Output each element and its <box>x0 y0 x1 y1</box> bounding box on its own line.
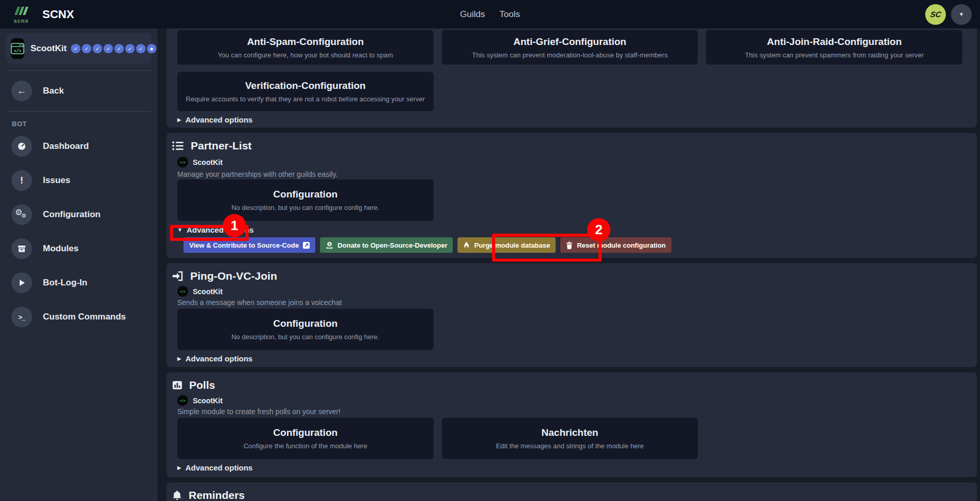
advanced-options-toggle[interactable]: ▶ Advanced options <box>177 463 253 472</box>
sidebar-item-label: Modules <box>43 244 79 254</box>
config-card-anti-join-raid[interactable]: Anti-Join-Raid-Configuration This system… <box>706 30 962 65</box>
section-reminders: Reminders <box>166 482 977 501</box>
bell-icon <box>172 490 182 501</box>
card-desc: Require accounts to verify that they are… <box>186 95 425 103</box>
arrow-left-icon: ← <box>11 81 32 101</box>
section-desc: Sends a message when someone joins a voi… <box>177 298 962 307</box>
card-title: Anti-Join-Raid-Configuration <box>767 36 902 48</box>
sidebar-item-issues[interactable]: ! Issues <box>6 167 151 194</box>
messages-card-polls[interactable]: Nachrichten Edit the messages and string… <box>442 418 698 459</box>
trash-icon <box>566 241 573 249</box>
sidebar: </> ScootKit ✓ ✓ ✓ ✓ ✓ ✓ ✓ ◆ ← Back BOT … <box>0 28 158 501</box>
gears-icon: ⚙ ⚙ <box>11 204 32 225</box>
reset-module-config-button[interactable]: Reset module configuration <box>560 237 671 253</box>
config-card-anti-grief[interactable]: Anti-Grief-Configuration This system can… <box>442 30 698 65</box>
scootkit-avatar: </> <box>177 395 188 406</box>
verified-badge-icon: ✓ <box>71 44 81 54</box>
main-content: Anti-Spam-Configuration You can configur… <box>166 28 977 501</box>
donate-button[interactable]: $ Donate to Open-Source-Developer <box>320 237 453 253</box>
card-desc: Configure the function of the module her… <box>243 442 367 450</box>
section-title: Polls <box>189 379 215 391</box>
sidebar-item-bot-log-in[interactable]: Bot-Log-In <box>6 269 151 296</box>
sidebar-divider <box>7 111 150 112</box>
verified-badge-icon: ✓ <box>82 44 91 54</box>
sidebar-item-modules[interactable]: Modules <box>6 235 151 262</box>
sign-in-icon <box>172 271 183 281</box>
caret-down-icon: ▼ <box>177 227 182 233</box>
section-title: Partner-List <box>191 140 252 152</box>
sidebar-item-dashboard[interactable]: Dashboard <box>6 133 151 160</box>
view-source-code-button[interactable]: View & Contribute to Source-Code <box>183 237 315 253</box>
svg-text:$: $ <box>329 242 331 246</box>
sidebar-item-configuration[interactable]: ⚙ ⚙ Configuration <box>6 201 151 228</box>
sidebar-item-label: Back <box>43 86 64 96</box>
bot-name: ScootKit <box>30 43 67 54</box>
terminal-icon: >_ <box>11 307 32 327</box>
config-card-ping-on-vc-join[interactable]: Configuration No description, but you ca… <box>177 309 434 350</box>
scnx-dashboard: { "navbar": { "brand": "SCNX", "logo_tex… <box>0 0 980 501</box>
sidebar-bot-header[interactable]: </> ScootKit ✓ ✓ ✓ ✓ ✓ ✓ ✓ ◆ <box>6 34 151 64</box>
card-desc: You can configure here, how your bot sho… <box>218 51 393 59</box>
purge-database-button[interactable]: Purge module database <box>457 237 556 253</box>
external-link-icon <box>303 242 310 249</box>
advanced-options-label: Advanced options <box>187 225 254 234</box>
card-desc: No description, but you can configure co… <box>232 204 379 211</box>
play-icon <box>11 272 32 293</box>
bot-badges: ✓ ✓ ✓ ✓ ✓ ✓ ✓ ◆ <box>71 44 157 54</box>
verified-badge-icon: ✓ <box>93 44 102 54</box>
svg-text:</>: </> <box>14 49 22 53</box>
caret-right-icon: ▶ <box>177 117 181 123</box>
button-label: Donate to Open-Source-Developer <box>338 241 447 249</box>
verified-badge-icon: ✓ <box>103 44 113 54</box>
sidebar-group-label: BOT <box>12 120 151 128</box>
module-owner: ScootKit <box>193 397 223 405</box>
config-card-anti-spam[interactable]: Anti-Spam-Configuration You can configur… <box>177 30 434 65</box>
section-desc: Manage your partnerships with other guil… <box>177 170 962 178</box>
section-ping-on-vc-join: Ping-On-VC-Join </> ScootKit Sends a mes… <box>166 263 977 367</box>
verified-badge-icon: ✓ <box>136 44 146 54</box>
card-desc: This system can prevent spammers from ra… <box>745 51 924 59</box>
caret-right-icon: ▶ <box>177 465 181 470</box>
advanced-options-toggle[interactable]: ▶ Advanced options <box>177 354 253 363</box>
gauge-icon <box>11 136 32 157</box>
nav-link-guilds[interactable]: Guilds <box>460 9 485 20</box>
verified-badge-icon: ✓ <box>125 44 135 54</box>
config-card-polls[interactable]: Configuration Configure the function of … <box>177 418 434 459</box>
advanced-options-label: Advanced options <box>186 115 253 124</box>
sidebar-item-custom-commands[interactable]: >_ Custom Commands <box>6 303 151 330</box>
section-desc: Simple module to create fresh polls on y… <box>177 407 962 416</box>
sidebar-item-label: Dashboard <box>43 141 89 151</box>
card-title: Configuration <box>273 318 338 329</box>
bot-avatar: </> <box>11 38 24 59</box>
card-title: Anti-Spam-Configuration <box>247 36 364 48</box>
section-protection-modules: Anti-Spam-Configuration You can configur… <box>166 28 977 128</box>
advanced-options-label: Advanced options <box>186 463 253 472</box>
sidebar-divider <box>7 70 150 71</box>
advanced-buttons-row: View & Contribute to Source-Code $ Donat… <box>183 237 962 253</box>
sidebar-item-label: Issues <box>43 175 70 186</box>
section-title: Reminders <box>189 489 245 501</box>
card-title: Verification-Configuration <box>245 80 365 92</box>
verified-badge-icon: ✓ <box>114 44 124 54</box>
button-label: View & Contribute to Source-Code <box>189 241 299 249</box>
card-title: Configuration <box>273 427 338 438</box>
scootkit-avatar: </> <box>177 286 188 297</box>
button-label: Purge module database <box>474 241 550 249</box>
card-title: Configuration <box>273 189 338 200</box>
section-polls: Polls </> ScootKit Simple module to crea… <box>166 372 977 477</box>
top-navbar: scnx SCNX Guilds Tools SC ▼ <box>0 0 980 28</box>
section-title: Ping-On-VC-Join <box>190 270 277 282</box>
advanced-options-toggle[interactable]: ▶ Advanced options <box>177 115 253 124</box>
advanced-options-toggle-expanded[interactable]: ▼ Advanced options <box>177 225 254 234</box>
nav-link-tools[interactable]: Tools <box>499 9 520 20</box>
sidebar-item-back[interactable]: ← Back <box>6 78 151 104</box>
sidebar-item-label: Custom Commands <box>43 312 126 322</box>
config-card-verification[interactable]: Verification-Configuration Require accou… <box>177 72 434 111</box>
diamond-badge-icon: ◆ <box>147 44 157 54</box>
section-partner-list: Partner-List </> ScootKit Manage your pa… <box>166 133 977 258</box>
config-card-partner-list[interactable]: Configuration No description, but you ca… <box>177 179 434 221</box>
sidebar-item-label: Configuration <box>43 209 100 220</box>
poll-icon <box>172 380 182 390</box>
sidebar-item-label: Bot-Log-In <box>43 278 87 288</box>
terminal-window-icon: </> <box>11 42 24 55</box>
